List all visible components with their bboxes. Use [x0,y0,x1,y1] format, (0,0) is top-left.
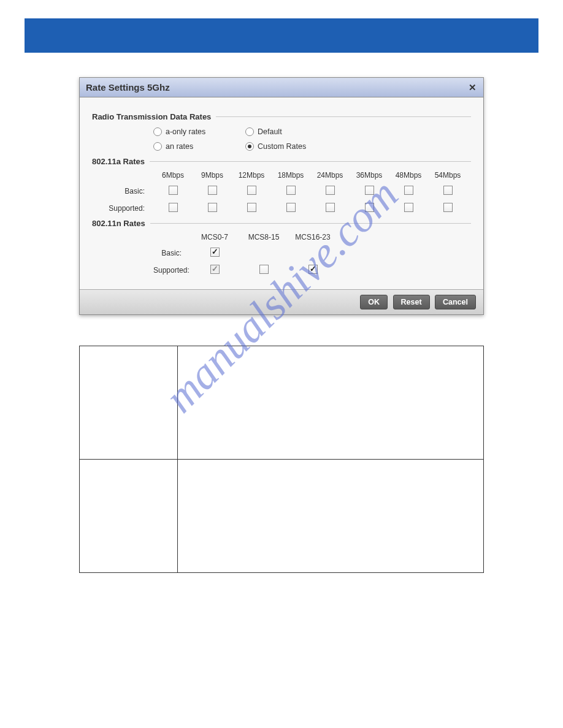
radio-custom-input[interactable] [245,142,254,151]
dialog-body: Radio Transmission Data Rates a-only rat… [80,97,483,289]
n-sup-mcs8-15[interactable] [259,265,269,274]
table-row [80,346,484,460]
close-icon[interactable]: ✕ [467,83,477,93]
col-12mbps: 12Mbps [232,171,271,180]
desc-cell-2a [80,460,178,573]
radio-default[interactable]: Default [245,127,337,136]
rate-settings-dialog: Rate Settings 5Ghz ✕ Radio Transmission … [79,77,484,315]
a-basic-24[interactable] [326,186,335,195]
a-basic-36[interactable] [365,186,374,195]
col-54mbps: 54Mbps [428,171,467,180]
col-mcs8-15: MCS8-15 [239,233,288,241]
a-sup-48[interactable] [404,203,413,212]
rate-mode-radios: a-only rates Default an rates Custom Rat… [153,127,471,151]
section-802-11a: 802.11a Rates [92,157,471,166]
desc-cell-1a [80,346,178,460]
reset-button[interactable]: Reset [393,295,430,309]
section-802-11n-label: 802.11n Rates [92,219,145,228]
col-36mbps: 36Mbps [350,171,389,180]
a-sup-6[interactable] [169,203,178,212]
n-sup-mcs0-7[interactable] [210,265,220,274]
a-basic-12[interactable] [247,186,256,195]
divider [216,116,471,117]
desc-cell-1b [178,346,484,460]
n-supported-label: Supported: [153,266,190,275]
radio-an-label: an rates [166,142,193,151]
ok-button[interactable]: OK [360,295,388,309]
radio-default-label: Default [258,127,282,136]
col-18mbps: 18Mbps [271,171,310,180]
radio-an-input[interactable] [153,142,162,151]
description-table [79,346,484,573]
n-basic-mcs0-7[interactable] [210,248,220,257]
a-sup-24[interactable] [326,203,335,212]
radio-a-only-label: a-only rates [166,127,205,136]
col-9mbps: 9Mbps [193,171,232,180]
a-sup-18[interactable] [286,203,296,212]
section-802-11a-label: 802.11a Rates [92,157,145,166]
radio-a-only[interactable]: a-only rates [153,127,245,136]
col-mcs16-23: MCS16-23 [288,233,337,241]
a-basic-48[interactable] [404,186,413,195]
a-sup-9[interactable] [208,203,217,212]
row-basic-label: Basic: [92,187,153,195]
dialog-title: Rate Settings 5Ghz [86,82,170,93]
col-48mbps: 48Mbps [389,171,428,180]
col-6mbps: 6Mbps [153,171,193,180]
col-mcs0-7: MCS0-7 [190,233,239,241]
a-sup-54[interactable] [443,203,453,212]
section-transmission-label: Radio Transmission Data Rates [92,112,211,121]
radio-an[interactable]: an rates [153,142,245,151]
cancel-button[interactable]: Cancel [435,295,476,309]
col-24mbps: 24Mbps [310,171,350,180]
a-sup-12[interactable] [247,203,256,212]
dialog-footer: OK Reset Cancel [80,289,483,314]
radio-custom-label: Custom Rates [258,142,306,151]
row-supported-label: Supported: [92,204,153,213]
radio-custom[interactable]: Custom Rates [245,142,337,151]
a-sup-36[interactable] [365,203,374,212]
section-802-11n: 802.11n Rates [92,219,471,228]
desc-cell-2b [178,460,484,573]
a-basic-18[interactable] [286,186,296,195]
section-transmission-rates: Radio Transmission Data Rates [92,112,471,121]
divider [150,223,471,224]
dialog-titlebar: Rate Settings 5Ghz ✕ [80,78,483,97]
page-banner [25,18,538,53]
a-basic-54[interactable] [443,186,453,195]
a-basic-9[interactable] [208,186,217,195]
n-sup-mcs16-23[interactable] [308,265,318,274]
radio-default-input[interactable] [245,127,254,136]
table-row [80,460,484,573]
n-basic-label: Basic: [153,249,190,257]
divider [150,161,471,162]
a-basic-6[interactable] [169,186,178,195]
rates-n-grid: MCS0-7 MCS8-15 MCS16-23 Basic: Supported… [153,233,471,276]
radio-a-only-input[interactable] [153,127,162,136]
rates-a-grid: 6Mbps 9Mbps 12Mbps 18Mbps 24Mbps 36Mbps … [92,171,471,214]
